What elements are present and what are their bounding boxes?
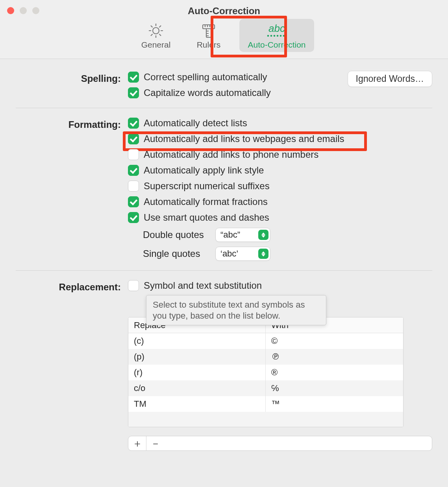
table-row[interactable]: (c) ©: [128, 333, 403, 349]
label-capitalize-words: Capitalize words automatically: [144, 87, 271, 98]
svg-point-5: [270, 35, 272, 37]
checkbox-smart-quotes[interactable]: [128, 212, 139, 223]
table-row[interactable]: (r) ®: [128, 365, 403, 380]
cell-replace: (c): [128, 333, 266, 349]
replacement-table[interactable]: Replace With (c) © (p) ℗ (r) ®: [128, 317, 404, 427]
select-single-quotes-value: ‘abc’: [220, 249, 238, 259]
content-area: Spelling: Correct spelling automatically…: [0, 59, 448, 460]
svg-point-7: [277, 35, 279, 37]
checkbox-superscript-suffixes[interactable]: [128, 181, 139, 192]
select-double-quotes[interactable]: “abc”: [215, 228, 270, 242]
table-row[interactable]: TM ™: [128, 396, 403, 412]
window-title: Auto-Correction: [0, 6, 448, 17]
label-format-fractions: Automatically format fractions: [144, 196, 268, 207]
chevron-up-down-icon: [258, 249, 268, 259]
label-add-links-web-email: Automatically add links to webpages and …: [144, 133, 344, 144]
remove-row-button[interactable]: －: [146, 436, 165, 450]
chevron-up-down-icon: [258, 230, 268, 240]
svg-rect-1: [203, 25, 215, 29]
checkbox-correct-spelling[interactable]: [128, 72, 139, 83]
cell-replace: c/o: [128, 380, 266, 396]
checkbox-format-fractions[interactable]: [128, 196, 139, 207]
section-formatting-label: Formatting:: [16, 118, 124, 261]
checkbox-symbol-substitution[interactable]: [128, 280, 139, 291]
tab-auto-correction-label: Auto-Correction: [239, 40, 314, 50]
cell-with: ℗: [266, 349, 403, 365]
table-row-empty[interactable]: [128, 412, 403, 427]
label-superscript-suffixes: Superscript numerical suffixes: [144, 181, 270, 192]
preferences-window: Auto-Correction General: [0, 0, 448, 487]
tooltip-symbol-substitution: Select to substitute text and symbols as…: [146, 295, 326, 325]
cell-with: ©: [266, 333, 403, 349]
checkbox-capitalize-words[interactable]: [128, 87, 139, 98]
checkbox-detect-lists[interactable]: [128, 118, 139, 129]
add-row-button[interactable]: ＋: [128, 436, 146, 450]
table-row[interactable]: c/o ℅: [128, 380, 403, 396]
checkbox-apply-link-style[interactable]: [128, 165, 139, 176]
tab-rulers-label: Rulers: [187, 40, 231, 50]
section-replacement-label: Replacement:: [16, 280, 124, 451]
label-correct-spelling: Correct spelling automatically: [144, 72, 267, 83]
abc-icon: abc: [239, 22, 314, 39]
svg-point-9: [283, 35, 285, 37]
svg-point-4: [267, 35, 269, 37]
tab-general-label: General: [134, 40, 178, 50]
section-formatting: Formatting: Automatically detect lists A…: [16, 108, 432, 270]
svg-point-6: [274, 35, 276, 37]
checkbox-add-links-web-email[interactable]: [128, 133, 139, 144]
section-replacement: Replacement: Symbol and text substitutio…: [16, 270, 432, 460]
cell-replace: (r): [128, 365, 266, 380]
titlebar: Auto-Correction General: [0, 0, 448, 59]
tab-general[interactable]: General: [134, 19, 178, 52]
cell-with: ℅: [266, 380, 403, 396]
ruler-icon: [187, 22, 231, 39]
select-single-quotes[interactable]: ‘abc’: [215, 247, 270, 261]
cell-replace: TM: [128, 396, 266, 412]
label-detect-lists: Automatically detect lists: [144, 118, 247, 129]
label-apply-link-style: Automatically apply link style: [144, 165, 264, 176]
tab-rulers[interactable]: Rulers: [187, 19, 231, 52]
label-add-links-phone: Automatically add links to phone numbers: [144, 149, 318, 160]
checkbox-add-links-phone[interactable]: [128, 149, 139, 160]
plus-icon: ＋: [132, 437, 143, 450]
table-add-remove-control: ＋ －: [128, 436, 432, 451]
ignored-words-button[interactable]: Ignored Words…: [348, 71, 432, 87]
tab-auto-correction[interactable]: abc Auto-Correction: [239, 19, 314, 52]
section-spelling: Spelling: Correct spelling automatically…: [16, 69, 432, 108]
svg-point-8: [280, 35, 282, 37]
label-smart-quotes: Use smart quotes and dashes: [144, 212, 269, 223]
svg-point-0: [153, 28, 159, 34]
cell-with: ™: [266, 396, 403, 412]
label-double-quotes: Double quotes: [143, 229, 210, 240]
cell-with: ®: [266, 365, 403, 380]
section-spelling-label: Spelling:: [16, 72, 124, 98]
label-symbol-substitution: Symbol and text substitution: [144, 280, 262, 291]
toolbar-tabs: General Rulers abc: [0, 19, 448, 52]
minus-icon: －: [150, 437, 161, 450]
select-double-quotes-value: “abc”: [220, 230, 240, 240]
gear-icon: [134, 22, 178, 39]
table-row[interactable]: (p) ℗: [128, 349, 403, 365]
label-single-quotes: Single quotes: [143, 248, 210, 259]
svg-text:abc: abc: [268, 22, 285, 34]
cell-replace: (p): [128, 349, 266, 365]
